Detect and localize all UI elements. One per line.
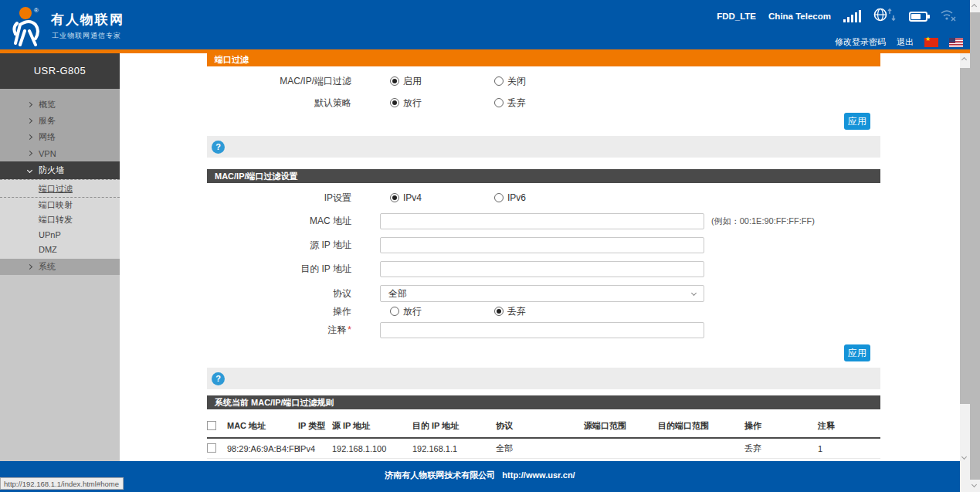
select-all-checkbox[interactable] <box>207 421 216 430</box>
col-header: 目的 IP 地址 <box>412 420 496 432</box>
sidebar-item-label: 概览 <box>39 99 56 110</box>
scroll-down-button[interactable] <box>970 480 980 492</box>
radio-accept[interactable] <box>390 98 399 107</box>
cell-action: 丢弃 <box>744 443 818 454</box>
comment-input[interactable] <box>380 322 704 338</box>
radio-action-drop[interactable] <box>494 307 504 316</box>
apply-button-filter[interactable]: 应用 <box>844 113 870 130</box>
scroll-down-icon[interactable] <box>961 454 967 460</box>
action-row: 操作 放行 丢弃 <box>207 304 880 319</box>
radio-label: IPv6 <box>507 192 526 203</box>
submenu-item-label: 端口转发 <box>39 214 73 226</box>
help-bar: ? <box>207 136 880 158</box>
radio-action-accept[interactable] <box>390 307 399 316</box>
radio-label: 丢弃 <box>507 97 526 110</box>
submenu-item-port-filter[interactable]: 端口过滤 <box>0 179 120 198</box>
sidebar-item-network[interactable]: 网络 <box>0 129 120 145</box>
cell-src-ip: 192.168.1.100 <box>332 444 412 453</box>
signal-bars-icon <box>843 10 861 22</box>
submenu-item-label: DMZ <box>39 245 57 254</box>
source-ip-input[interactable] <box>380 237 704 253</box>
radio-ipv6[interactable] <box>494 193 504 202</box>
protocol-select[interactable]: 全部 <box>380 285 704 302</box>
field-label: 默认策略 <box>207 97 351 110</box>
cell-comment: 1 <box>818 444 880 453</box>
source-ip-row: 源 IP 地址 <box>207 237 880 253</box>
col-header: MAC 地址 <box>227 420 298 432</box>
comment-row: 注释* <box>207 321 880 338</box>
usa-flag-icon[interactable] <box>949 38 963 47</box>
col-header: 操作 <box>744 420 818 432</box>
sidebar-item-system[interactable]: 系统 <box>0 259 120 275</box>
radio-label: 放行 <box>403 97 422 110</box>
scrollbar-thumb[interactable] <box>960 68 970 404</box>
filter-enable-row: MAC/IP/端口过滤 启用 关闭 <box>207 73 880 89</box>
submenu-item-dmz[interactable]: DMZ <box>0 242 120 256</box>
submenu-item-port-forwarding[interactable]: 端口转发 <box>0 212 120 227</box>
col-header: IP 类型 <box>298 420 332 432</box>
protocol-selected-value: 全部 <box>388 287 407 300</box>
chevron-right-icon <box>27 264 32 270</box>
field-label: 注释* <box>207 324 351 337</box>
sidebar-item-overview[interactable]: 概览 <box>0 97 120 113</box>
radio-ipv4[interactable] <box>390 193 399 202</box>
help-bar: ? <box>207 368 880 389</box>
help-icon[interactable]: ? <box>212 141 225 154</box>
col-header: 注释 <box>818 420 880 432</box>
radio-label: IPv4 <box>403 192 422 203</box>
content-scrollbar[interactable] <box>960 53 970 492</box>
wifi-off-icon <box>940 8 957 25</box>
submenu-item-upnp[interactable]: UPnP <box>0 227 120 242</box>
cell-mac: 98:29:A6:9A:B4:FB <box>227 444 298 453</box>
sidebar: USR-G805 概览 服务 网络 VPN 防火墙 端口过滤 端口映射 端口转发… <box>0 53 120 461</box>
cell-ip-type: IPv4 <box>298 444 332 453</box>
change-password-link[interactable]: 修改登录密码 <box>835 36 886 48</box>
sidebar-item-label: 系统 <box>39 261 56 273</box>
page-title: 端口过滤 <box>207 53 880 66</box>
page-footer: 济南有人物联网技术有限公司 http://www.usr.cn/ <box>0 461 960 492</box>
section-header-rules: 系统当前 MAC/IP/端口过滤规则 <box>207 395 880 409</box>
network-type-label: FDD_LTE <box>717 12 756 21</box>
sidebar-item-services[interactable]: 服务 <box>0 113 120 129</box>
globe-data-icon <box>873 8 897 25</box>
col-header: 源端口范围 <box>584 420 658 432</box>
mac-format-hint: (例如：00:1E:90:FF:FF:FF) <box>711 215 815 227</box>
sidebar-item-label: 防火墙 <box>39 165 64 176</box>
scroll-up-icon[interactable] <box>961 57 967 63</box>
radio-disable[interactable] <box>494 76 504 86</box>
field-label: 协议 <box>207 287 351 300</box>
submenu-item-label: 端口过滤 <box>39 183 73 195</box>
mac-address-input[interactable] <box>380 213 704 229</box>
cell-dst-ip: 192.168.1.1 <box>412 444 496 453</box>
field-label: MAC/IP/端口过滤 <box>207 75 351 88</box>
apply-button-settings[interactable]: 应用 <box>844 344 870 361</box>
sidebar-item-vpn[interactable]: VPN <box>0 145 120 161</box>
footer-website-link[interactable]: http://www.usr.cn/ <box>502 470 575 480</box>
radio-label: 启用 <box>403 75 422 88</box>
radio-drop[interactable] <box>494 98 504 107</box>
radio-label: 关闭 <box>507 75 526 88</box>
help-icon[interactable]: ? <box>212 372 225 385</box>
window-scrollbar[interactable] <box>970 0 980 492</box>
field-label: 操作 <box>207 305 351 318</box>
header-links-row: 修改登录密码 退出 <box>835 36 963 48</box>
sidebar-item-firewall[interactable]: 防火墙 <box>0 161 120 179</box>
row-checkbox[interactable] <box>207 443 216 453</box>
brand-logo-icon: ® <box>9 5 49 46</box>
dest-ip-input[interactable] <box>380 261 704 277</box>
field-label: 目的 IP 地址 <box>207 263 351 276</box>
required-mark: * <box>348 324 351 335</box>
chevron-down-icon <box>691 290 697 295</box>
scroll-up-button[interactable] <box>970 0 980 12</box>
battery-icon <box>909 12 927 22</box>
submenu-item-label: 端口映射 <box>39 199 73 211</box>
cell-protocol: 全部 <box>496 443 584 454</box>
ip-mode-row: IP设置 IPv4 IPv6 <box>207 190 880 205</box>
browser-status-link-preview: http://192.168.1.1/index.html#home <box>0 477 124 490</box>
china-flag-icon[interactable] <box>924 38 938 47</box>
chevron-down-icon <box>27 168 32 173</box>
radio-enable[interactable] <box>390 76 399 86</box>
submenu-item-port-mapping[interactable]: 端口映射 <box>0 198 120 212</box>
mac-address-row: MAC 地址 (例如：00:1E:90:FF:FF:FF) <box>207 213 880 229</box>
logout-link[interactable]: 退出 <box>897 36 914 48</box>
